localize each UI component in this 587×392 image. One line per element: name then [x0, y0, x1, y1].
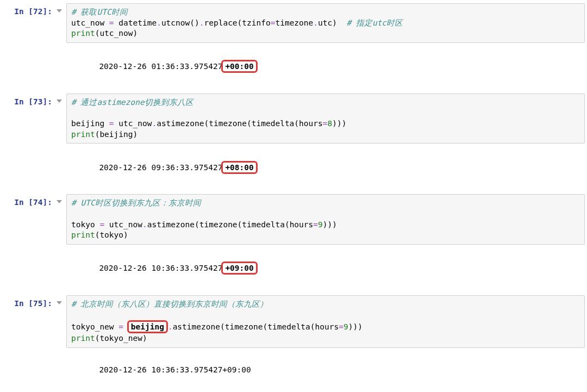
code-cell: In [73]: # 通过astimezone切换到东八区 beijing = … — [2, 94, 585, 144]
chevron-down-icon — [57, 199, 62, 204]
code-token: . — [168, 322, 173, 331]
prompt-column: In [73]: — [2, 94, 57, 108]
code-token: ( — [263, 322, 268, 331]
code-input[interactable]: # 获取UTC时间utc_now = datetime.utcnow().rep… — [66, 3, 585, 43]
cell-collapse-toggle[interactable] — [57, 98, 63, 104]
code-input[interactable]: # 通过astimezone切换到东八区 beijing = utc_now.a… — [66, 94, 585, 144]
code-line: # 通过astimezone切换到东八区 — [71, 97, 580, 108]
code-token: timezone — [275, 18, 313, 27]
svg-marker-3 — [57, 301, 62, 304]
code-token: print — [71, 231, 95, 239]
code-token: tokyo_new — [71, 322, 118, 331]
code-token: astimezone — [173, 322, 220, 331]
code-token: 9 — [344, 322, 348, 331]
code-token: tzinfo — [242, 18, 270, 27]
code-token: = — [118, 322, 123, 331]
code-token: utc_now — [71, 18, 109, 27]
highlighted-substring: +00:00 — [221, 60, 257, 73]
output-text: 2020-12-26 09:36:33.975427 — [99, 163, 222, 172]
code-token: . — [157, 18, 161, 27]
code-cell: In [75]: # 北京时间（东八区）直接切换到东京时间（东九区） tokyo… — [2, 295, 585, 348]
code-line — [71, 108, 580, 119]
code-token: tokyo_new — [99, 334, 142, 343]
code-token: beijing — [99, 130, 133, 139]
code-line — [71, 209, 580, 220]
code-token: ( — [204, 119, 209, 128]
svg-marker-0 — [57, 9, 62, 13]
code-line — [71, 310, 580, 321]
code-token: utcnow — [161, 18, 190, 27]
code-line: # 北京时间（东八区）直接切换到东京时间（东九区） — [71, 299, 580, 310]
code-token: datetime — [114, 18, 157, 27]
code-token: . — [142, 220, 147, 229]
code-token: hours — [299, 119, 323, 128]
code-line: # UTC时区切换到东九区：东京时间 — [71, 198, 580, 209]
code-token: = — [99, 220, 104, 229]
code-cell: In [74]: # UTC时区切换到东九区：东京时间 tokyo = utc_… — [2, 194, 585, 244]
output-row: 2020-12-26 10:36:33.975427+09:00 — [2, 249, 585, 288]
code-line: beijing = utc_now.astimezone(timezone(ti… — [71, 119, 580, 129]
code-token: timedelta — [252, 119, 295, 128]
code-token: beijing — [71, 119, 109, 128]
chevron-down-icon — [57, 8, 62, 14]
code-token: # UTC时区切换到东九区：东京时间 — [71, 198, 201, 207]
code-token: ) — [133, 29, 138, 38]
input-prompt: In [72]: — [14, 3, 52, 17]
output-row: 2020-12-26 01:36:33.975427+00:00 — [2, 47, 585, 86]
code-line: print(utc_now) — [71, 28, 580, 39]
code-token: tokyo — [99, 231, 123, 239]
code-line: print(beijing) — [71, 129, 580, 140]
code-token: = — [109, 119, 114, 128]
code-token: = — [339, 322, 344, 331]
code-token: ( — [247, 119, 252, 128]
code-token: tokyo — [71, 220, 99, 229]
code-token: = — [313, 220, 318, 229]
code-input[interactable]: # UTC时区切换到东九区：东京时间 tokyo = utc_now.astim… — [66, 194, 585, 244]
code-token: hours — [315, 322, 339, 331]
cell-collapse-toggle[interactable] — [57, 8, 63, 14]
cell-output: 2020-12-26 10:36:33.975427+09:00 — [66, 249, 585, 288]
cell-collapse-toggle[interactable] — [57, 199, 63, 204]
code-token: ) — [142, 334, 147, 343]
code-line: tokyo_new = beijing.astimezone(timezone(… — [71, 320, 580, 333]
chevron-down-icon — [57, 98, 62, 104]
highlighted-substring: beijing — [127, 320, 168, 333]
code-token: timezone — [199, 220, 238, 229]
output-row: 2020-12-26 09:36:33.975427+08:00 — [2, 148, 585, 186]
cell-collapse-toggle[interactable] — [57, 300, 63, 306]
code-token: ))) — [323, 220, 337, 229]
output-text: 2020-12-26 10:36:33.975427+09:00 — [99, 365, 251, 374]
code-token: = — [109, 18, 114, 27]
code-token: print — [71, 334, 95, 343]
code-token: ( — [195, 220, 199, 229]
code-token: ))) — [332, 119, 346, 128]
highlighted-substring: +08:00 — [221, 161, 257, 174]
cell-output: 2020-12-26 10:36:33.975427+09:00 — [66, 352, 585, 389]
code-token: ))) — [348, 322, 363, 331]
code-token: ) — [123, 231, 128, 239]
code-token: # 获取UTC时间 — [71, 8, 128, 16]
code-token — [337, 18, 346, 27]
code-token: ) — [332, 18, 337, 27]
svg-marker-1 — [57, 99, 62, 103]
code-token: timezone — [209, 119, 247, 128]
code-token: astimezone — [157, 119, 204, 128]
code-token: # 通过astimezone切换到东八区 — [71, 98, 193, 107]
code-token: timezone — [225, 322, 263, 331]
code-token: utc_now — [99, 29, 133, 38]
cell-output: 2020-12-26 01:36:33.975427+00:00 — [66, 47, 585, 86]
code-token: utc_now — [104, 220, 142, 229]
code-token: ( — [285, 220, 290, 229]
code-line: print(tokyo) — [71, 230, 580, 241]
code-input[interactable]: # 北京时间（东八区）直接切换到东京时间（东九区） tokyo_new = be… — [66, 295, 585, 348]
code-token: 9 — [318, 220, 323, 229]
code-token: print — [71, 130, 95, 139]
input-prompt: In [74]: — [14, 194, 52, 208]
prompt-column: In [72]: — [2, 3, 57, 17]
prompt-column: In [75]: — [2, 295, 57, 309]
code-token: . — [152, 119, 157, 128]
code-token: ( — [294, 119, 299, 128]
svg-marker-2 — [57, 200, 62, 203]
output-row: 2020-12-26 10:36:33.975427+09:00 — [2, 352, 585, 389]
input-prompt: In [73]: — [14, 94, 52, 108]
